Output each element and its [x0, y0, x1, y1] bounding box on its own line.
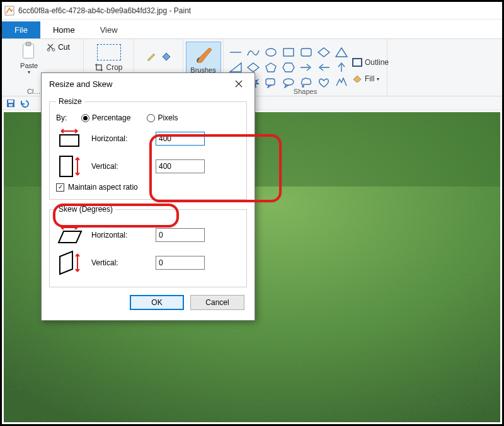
svg-marker-8 — [318, 48, 329, 57]
resize-skew-dialog: Resize and Skew Resize By: Percentage Pi… — [41, 72, 255, 321]
svg-rect-16 — [266, 79, 275, 85]
svg-rect-21 — [8, 100, 13, 103]
maintain-aspect-checkbox[interactable]: ✓ Maintain aspect ratio — [56, 183, 240, 192]
skew-vertical-icon — [56, 251, 84, 274]
dialog-title: Resize and Skew — [49, 79, 112, 89]
svg-marker-11 — [248, 63, 259, 72]
resize-horizontal-icon — [56, 127, 84, 150]
fill-label: Fill — [365, 74, 374, 83]
svg-rect-22 — [9, 104, 13, 106]
skew-vertical-input[interactable] — [156, 256, 205, 270]
close-icon — [235, 80, 243, 88]
skew-legend: Skew (Degrees) — [56, 205, 115, 214]
paste-label: Paste — [20, 62, 38, 69]
outline-label: Outline — [365, 58, 389, 67]
cancel-button[interactable]: Cancel — [190, 295, 244, 310]
shapes-group-label: Shapes — [294, 88, 317, 95]
clipboard-group-label: Cl… — [27, 88, 40, 95]
resize-horizontal-label: Horizontal: — [91, 134, 148, 143]
ribbon-tabs: File Home View — [2, 20, 502, 38]
resize-vertical-icon — [56, 155, 84, 178]
resize-horizontal-input[interactable] — [156, 132, 205, 146]
resize-vertical-label: Vertical: — [91, 162, 148, 171]
outline-button[interactable]: Outline — [352, 58, 389, 67]
paint-app-icon — [4, 6, 14, 16]
tab-view[interactable]: View — [88, 21, 130, 38]
svg-rect-27 — [60, 156, 72, 176]
resize-vertical-input[interactable] — [156, 159, 205, 173]
brush-icon — [193, 46, 214, 66]
svg-point-17 — [284, 79, 294, 85]
skew-horizontal-input[interactable] — [156, 228, 205, 242]
radio-percentage[interactable]: Percentage — [81, 113, 130, 122]
svg-marker-13 — [283, 63, 294, 72]
svg-point-18 — [302, 86, 304, 87]
tab-home[interactable]: Home — [40, 21, 88, 38]
scissors-icon — [47, 43, 55, 52]
skew-horizontal-label: Horizontal: — [91, 231, 148, 239]
pixels-label: Pixels — [158, 113, 178, 122]
skew-vertical-label: Vertical: — [91, 258, 148, 267]
svg-point-4 — [52, 49, 55, 51]
outline-icon — [352, 58, 362, 67]
skew-group: Skew (Degrees) Horizontal: Vertical: — [49, 205, 247, 287]
cut-label: Cut — [58, 43, 70, 52]
crop-label: Crop — [106, 63, 122, 72]
paste-button[interactable]: Paste ▾ — [15, 42, 43, 75]
window-title: 6cc60f8a-ef6c-4728-ab4c-b9e9a6b4fd32.jpg… — [18, 6, 191, 15]
select-tool[interactable] — [97, 44, 121, 60]
resize-legend: Resize — [56, 97, 84, 106]
cut-button[interactable]: Cut — [47, 42, 70, 53]
svg-point-5 — [266, 49, 276, 56]
fill-tool[interactable] — [161, 50, 172, 62]
svg-rect-1 — [23, 44, 34, 59]
svg-marker-29 — [60, 251, 72, 274]
svg-marker-9 — [336, 48, 347, 57]
svg-rect-19 — [353, 59, 362, 66]
svg-rect-7 — [301, 49, 311, 56]
skew-horizontal-icon — [56, 224, 84, 246]
chevron-down-icon: ▾ — [377, 76, 379, 82]
bucket-icon — [352, 74, 362, 83]
save-icon[interactable] — [6, 98, 16, 108]
title-bar: 6cc60f8a-ef6c-4728-ab4c-b9e9a6b4fd32.jpg… — [2, 2, 502, 20]
svg-marker-10 — [230, 63, 241, 72]
pencil-tool[interactable] — [146, 50, 157, 62]
chevron-down-icon: ▾ — [28, 69, 30, 75]
percentage-label: Percentage — [92, 113, 130, 122]
by-label: By: — [56, 113, 81, 122]
crop-button[interactable]: Crop — [91, 62, 126, 73]
svg-rect-2 — [26, 42, 31, 46]
maintain-aspect-label: Maintain aspect ratio — [68, 183, 138, 192]
svg-rect-6 — [284, 49, 294, 56]
radio-pixels[interactable]: Pixels — [147, 113, 178, 122]
crop-icon — [94, 63, 103, 72]
svg-marker-28 — [59, 231, 81, 243]
resize-group: Resize By: Percentage Pixels Horizontal: — [49, 97, 247, 200]
fill-button[interactable]: Fill ▾ — [352, 74, 389, 83]
close-button[interactable] — [228, 75, 249, 93]
svg-rect-26 — [60, 135, 79, 146]
svg-marker-12 — [266, 63, 276, 72]
tab-file[interactable]: File — [2, 21, 40, 38]
undo-icon[interactable] — [20, 98, 30, 108]
ok-button[interactable]: OK — [130, 295, 184, 310]
